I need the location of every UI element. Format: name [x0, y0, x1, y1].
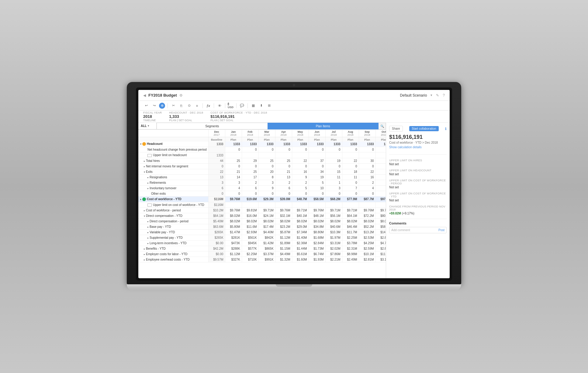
cell-employee-overhead-ytd-4[interactable]: $1.32M: [275, 257, 292, 262]
expand-icon[interactable]: ▸: [144, 209, 145, 212]
cell-base-pay-ytd-0[interactable]: $63.6M: [208, 224, 225, 230]
cell-direct-comp-period-9[interactable]: $8.02M: [359, 219, 375, 224]
cell-involuntary-turnover-5[interactable]: 5: [292, 185, 309, 191]
cell-total-hires-4[interactable]: 25: [275, 158, 292, 163]
cell-cost-ytd-1[interactable]: $9.76M: [225, 196, 242, 202]
cell-retirements-1[interactable]: 3: [225, 180, 242, 185]
cut-btn[interactable]: ✂: [170, 103, 176, 109]
cell-retirements-10[interactable]: 2: [375, 180, 386, 185]
cell-involuntary-turnover-9[interactable]: 4: [359, 185, 375, 191]
cell-involuntary-turnover-1[interactable]: 4: [225, 185, 242, 191]
cell-cost-ytd-7[interactable]: $68.2M: [325, 196, 342, 202]
cell-direct-comp-period-8[interactable]: $8.02M: [342, 219, 359, 224]
gear-icon[interactable]: ⚙: [179, 93, 183, 98]
cell-retirements-9[interactable]: 2: [359, 180, 375, 185]
cell-total-hires-1[interactable]: 25: [225, 158, 242, 163]
cell-employee-overhead-ytd-6[interactable]: $1.93M: [309, 257, 325, 262]
cell-net-internal-moves-10[interactable]: 0: [375, 163, 386, 169]
info-icon[interactable]: ℹ: [445, 127, 447, 131]
cell-long-term-incentives-ytd-4[interactable]: $1.89M: [275, 241, 292, 246]
cell-variable-pay-ytd-8[interactable]: $11.7M: [342, 230, 359, 235]
cell-cost-ytd-10[interactable]: $97.4M: [375, 196, 386, 202]
expand-icon[interactable]: ▸: [147, 237, 149, 239]
cell-headcount-9[interactable]: 1333: [359, 141, 375, 147]
cell-net-headcount-change-0[interactable]: [208, 147, 225, 152]
cell-long-term-incentives-ytd-6[interactable]: $2.84M: [309, 241, 325, 246]
cell-employer-costs-ytd-10[interactable]: $11.2M: [375, 252, 386, 257]
cell-resignations-7[interactable]: 11: [325, 174, 342, 180]
cell-employer-costs-ytd-0[interactable]: $0.00: [208, 252, 225, 257]
cell-direct-comp-period-2[interactable]: $8.02M: [242, 219, 258, 224]
cell-long-term-incentives-ytd-5[interactable]: $2.36M: [292, 241, 309, 246]
cell-benefits-ytd-7[interactable]: $2.02M: [325, 246, 342, 252]
formula-btn[interactable]: ƒx: [205, 103, 211, 109]
cell-employer-costs-ytd-3[interactable]: $3.37M: [258, 252, 275, 257]
spreadsheet-wrapper[interactable]: Dec2017 Jan2018 Feb2018 Mar2018 Apr2018 …: [138, 130, 386, 278]
cell-employer-costs-ytd-4[interactable]: $4.49M: [275, 252, 292, 257]
cell-benefits-ytd-4[interactable]: $1.15M: [275, 246, 292, 252]
cell-cost-ytd-8[interactable]: $77.9M: [342, 196, 359, 202]
cell-total-hires-10[interactable]: 24: [375, 158, 386, 163]
cell-supplemental-pay-ytd-6[interactable]: $1.68M: [309, 235, 325, 241]
cell-long-term-incentives-ytd-3[interactable]: $1.42M: [258, 241, 275, 246]
cell-cost-period-3[interactable]: $9.71M: [258, 208, 275, 213]
cell-direct-comp-ytd-2[interactable]: $16.0M: [242, 213, 258, 219]
cell-total-hires-3[interactable]: 25: [258, 158, 275, 163]
cell-upper-limit-cost-ytd-7[interactable]: [325, 202, 342, 208]
cell-total-hires-8[interactable]: 22: [342, 158, 359, 163]
chart-btn[interactable]: ▦: [250, 103, 256, 109]
cell-cost-ytd-4[interactable]: $39.0M: [275, 196, 292, 202]
cell-benefits-ytd-0[interactable]: $42.2M: [208, 246, 225, 252]
cell-cost-period-4[interactable]: $9.76M: [275, 208, 292, 213]
currency-btn[interactable]: ₿ USD: [228, 103, 234, 109]
cell-net-internal-moves-1[interactable]: 0: [225, 163, 242, 169]
cell-direct-comp-period-1[interactable]: $8.02M: [225, 219, 242, 224]
expand-icon[interactable]: ▸: [144, 248, 145, 250]
cell-base-pay-ytd-7[interactable]: $40.6M: [325, 224, 342, 230]
cell-cost-period-8[interactable]: $9.71M: [342, 208, 359, 213]
cell-direct-comp-ytd-5[interactable]: $40.1M: [292, 213, 309, 219]
cell-base-pay-ytd-5[interactable]: $29.0M: [292, 224, 309, 230]
cell-variable-pay-ytd-2[interactable]: $2.93M: [242, 230, 258, 235]
cell-net-headcount-change-1[interactable]: 0: [225, 147, 242, 152]
cell-variable-pay-ytd-3[interactable]: $4.40M: [258, 230, 275, 235]
back-arrow-icon[interactable]: ◀: [143, 93, 146, 98]
cell-cost-period-2[interactable]: $9.81M: [242, 208, 258, 213]
cell-resignations-8[interactable]: 11: [342, 174, 359, 180]
cell-total-hires-7[interactable]: 19: [325, 158, 342, 163]
cell-net-headcount-change-9[interactable]: 0: [359, 147, 375, 152]
cell-net-internal-moves-9[interactable]: 0: [359, 163, 375, 169]
segments-tab[interactable]: Segments: [157, 123, 268, 129]
cell-benefits-ytd-2[interactable]: $577K: [242, 246, 258, 252]
cell-employee-overhead-ytd-8[interactable]: $2.49M: [342, 257, 359, 262]
cell-total-hires-9[interactable]: 30: [359, 158, 375, 163]
cell-total-hires-2[interactable]: 29: [242, 158, 258, 163]
cell-headcount-6[interactable]: 1333: [309, 141, 325, 147]
scenario-dropdown-icon[interactable]: ▾: [431, 93, 432, 97]
cell-headcount-4[interactable]: 1333: [275, 141, 292, 147]
cell-net-internal-moves-0[interactable]: 0: [208, 163, 225, 169]
cell-net-internal-moves-2[interactable]: 0: [242, 163, 258, 169]
cell-net-headcount-change-10[interactable]: 0: [375, 147, 386, 152]
cell-upper-limit-cost-ytd-8[interactable]: [342, 202, 359, 208]
cell-supplemental-pay-ytd-7[interactable]: $1.97M: [325, 235, 342, 241]
cell-employer-costs-ytd-1[interactable]: $1.12M: [225, 252, 242, 257]
cell-cost-ytd-5[interactable]: $48.7M: [292, 196, 309, 202]
cell-headcount-8[interactable]: 1333: [342, 141, 359, 147]
cell-upper-limit-cost-ytd-10[interactable]: [375, 202, 386, 208]
cell-upper-limit-headcount-2[interactable]: [242, 152, 258, 158]
cell-variable-pay-ytd-1[interactable]: $1.47M: [225, 230, 242, 235]
cell-net-headcount-change-5[interactable]: 0: [292, 147, 309, 152]
cell-exits-8[interactable]: 18: [342, 169, 359, 174]
cell-employer-costs-ytd-8[interactable]: $8.98M: [342, 252, 359, 257]
expand-icon[interactable]: ▸: [144, 165, 145, 168]
cell-long-term-incentives-ytd-10[interactable]: $4.73M: [375, 241, 386, 246]
cell-supplemental-pay-ytd-2[interactable]: $561K: [242, 235, 258, 241]
cell-variable-pay-ytd-6[interactable]: $8.80M: [309, 230, 325, 235]
cell-benefits-ytd-5[interactable]: $1.44M: [292, 246, 309, 252]
cell-direct-comp-ytd-9[interactable]: $72.2M: [359, 213, 375, 219]
cell-cost-period-7[interactable]: $9.71M: [325, 208, 342, 213]
cell-employee-overhead-ytd-3[interactable]: $991K: [258, 257, 275, 262]
cell-supplemental-pay-ytd-5[interactable]: $1.40M: [292, 235, 309, 241]
cell-employee-overhead-ytd-10[interactable]: $3.10M: [375, 257, 386, 262]
